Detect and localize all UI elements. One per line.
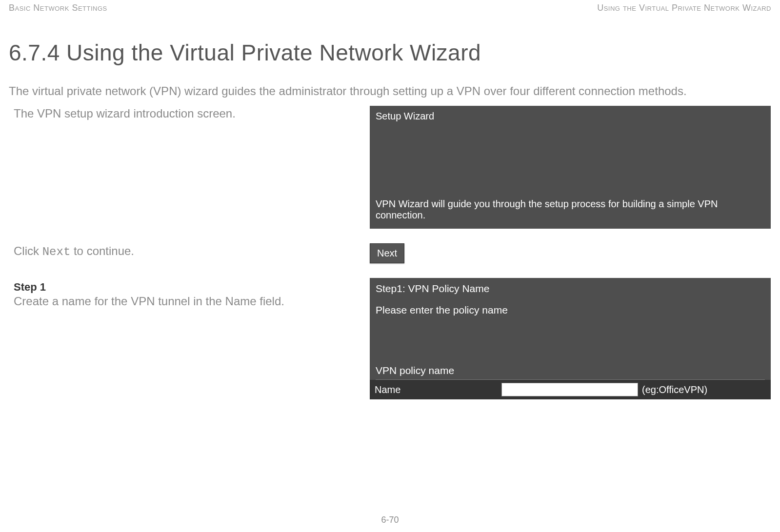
intro-paragraph: The virtual private network (VPN) wizard… — [9, 83, 771, 99]
step1-caption: Create a name for the VPN tunnel in the … — [9, 294, 360, 309]
click-next-after: to continue. — [70, 244, 134, 257]
section-heading: 6.7.4 Using the Virtual Private Network … — [9, 39, 771, 66]
step1-panel: Step1: VPN Policy Name Please enter the … — [370, 278, 771, 399]
name-row: Name (eg:OfficeVPN) — [370, 380, 771, 399]
click-next-caption: Click Next to continue. — [9, 243, 360, 260]
next-button[interactable]: Next — [370, 243, 404, 263]
row-intro: The VPN setup wizard introduction screen… — [9, 106, 771, 229]
wizard-intro-title: Setup Wizard — [376, 111, 434, 122]
step1-panel-title: Step1: VPN Policy Name — [376, 283, 765, 295]
row-step1: Step 1 Create a name for the VPN tunnel … — [9, 278, 771, 399]
intro-screen-caption: The VPN setup wizard introduction screen… — [9, 106, 360, 121]
click-next-code: Next — [42, 245, 71, 258]
wizard-intro-text: VPN Wizard will guide you through the se… — [376, 198, 767, 221]
step1-prompt: Please enter the policy name — [376, 304, 765, 316]
name-field-label: Name — [375, 384, 501, 395]
wizard-intro-panel: Setup Wizard VPN Wizard will guide you t… — [370, 106, 771, 229]
name-input[interactable] — [501, 383, 638, 396]
click-next-before: Click — [14, 244, 42, 257]
header-right: Using the Virtual Private Network Wizard — [597, 3, 771, 13]
page-number: 6-70 — [381, 515, 399, 525]
name-hint: (eg:OfficeVPN) — [642, 384, 707, 395]
page-header: Basic Network Settings Using the Virtual… — [9, 0, 771, 20]
row-click-next: Click Next to continue. Next — [9, 243, 771, 263]
header-left: Basic Network Settings — [9, 3, 107, 13]
vpn-policy-name-label: VPN policy name — [376, 365, 765, 380]
step1-title: Step 1 — [9, 281, 360, 294]
